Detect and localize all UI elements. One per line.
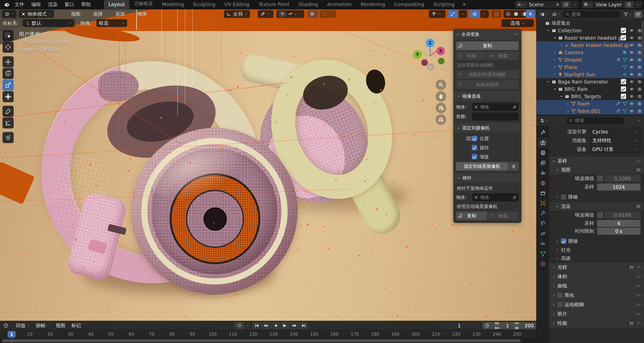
auto-keying-button[interactable] [235,322,244,329]
properties-tab-collection[interactable] [538,188,548,198]
hide-viewport-toggle[interactable] [629,87,634,91]
workspace-tab[interactable]: Rendering [356,0,390,9]
viewport-menu-2[interactable]: 添加 [112,10,128,18]
collection-checkbox[interactable] [621,28,626,33]
outliner-row[interactable]: Camera [537,49,644,56]
drag-dots-icon[interactable] [514,33,519,36]
mirror-options-header[interactable]: 镜像选项 [454,91,521,101]
outliner-filter-button[interactable] [622,11,633,17]
workspace-tab[interactable]: Modeling [158,0,188,9]
overlays-toggle[interactable] [470,10,480,18]
feature-set-dropdown[interactable]: 支持特性 [590,137,640,144]
disable-render-toggle[interactable] [637,109,642,113]
tool-annotate[interactable] [3,106,14,117]
relative-object-field[interactable]: 物体 [472,193,519,201]
workspace-tab[interactable]: Compositing [390,0,429,9]
mode-dropdown[interactable]: 物体模式 [19,10,54,18]
render-noise-threshold-value[interactable]: 0.0100 [605,212,640,219]
scene-browse-button[interactable] [515,1,526,8]
expand-toggle[interactable] [552,51,557,54]
disable-render-toggle[interactable] [637,29,642,33]
pivot-point-dropdown[interactable] [258,10,273,18]
workspace-tab[interactable]: Sculpting [188,0,220,9]
shading-solid-icon[interactable] [512,10,520,18]
properties-search-input[interactable]: 搜索 [566,117,624,124]
render-denoise-checkbox[interactable] [561,239,566,244]
outliner-row[interactable]: Collection [537,27,644,34]
tool-measure[interactable] [3,117,14,128]
disable-render-toggle[interactable] [637,102,642,106]
viewport-menu-3[interactable]: 物体 [134,10,150,18]
collection-checkbox[interactable] [621,79,626,84]
editor-type-button[interactable] [2,10,17,18]
delete-scene-button[interactable] [571,1,579,8]
object-name[interactable]: Droplet [564,57,617,63]
fix-to-scene-camera-button[interactable]: 固定到场景摄像机 [456,162,508,171]
viewport-menu-1[interactable]: 选择 [90,10,106,18]
gizmo-x-neg[interactable] [421,59,428,66]
relative-paste-button[interactable]: 粘贴 [488,212,519,220]
panel-header-global-transform[interactable]: 全局变换 [454,29,521,39]
expand-toggle[interactable] [552,36,557,39]
object-name[interactable]: Razer kraken headset gamin [565,35,621,41]
hide-viewport-toggle[interactable] [629,29,634,33]
workspace-tab[interactable]: Animation [323,0,356,9]
advanced-subpanel-label[interactable]: 高级 [561,255,571,262]
menu-4[interactable]: 帮助 [78,0,94,9]
disable-render-toggle[interactable] [637,65,642,69]
pause-preview-button[interactable] [526,10,535,18]
expand-toggle[interactable] [552,87,557,91]
options-dropdown[interactable]: 选项 [501,19,534,27]
object-name[interactable]: Camera [565,50,622,55]
hide-viewport-toggle[interactable] [629,43,634,47]
properties-tab-constraints[interactable] [538,239,548,248]
panel-header[interactable]: 光程 [549,262,644,272]
properties-tab-tool[interactable] [538,128,548,137]
timeline-menu-1[interactable]: 插帧 [33,322,53,329]
gizmos-dropdown[interactable] [459,10,467,18]
object-name[interactable]: 场景集合 [551,20,642,27]
panel-checkbox[interactable] [557,302,563,307]
tool-transform[interactable] [3,91,14,102]
outliner-row[interactable]: Razer kraken headset ga [537,41,644,49]
timeline-ruler[interactable]: 1 10203040506070809010011012013014015016… [0,330,536,338]
transform-orientation-dropdown[interactable]: 全局 [224,10,250,18]
jump-to-end-button[interactable] [299,322,308,329]
play-button[interactable] [280,322,290,329]
workspace-tab[interactable]: UV Editing [220,0,254,9]
properties-tab-world[interactable] [538,178,548,188]
hide-viewport-toggle[interactable] [629,72,634,76]
outliner-row[interactable]: Razer kraken headset gamin [537,34,644,41]
time-limit-value[interactable]: 0 s [597,228,640,235]
trash-button[interactable] [509,162,519,171]
object-name[interactable]: BRG_Targets [571,94,621,99]
properties-tab-object[interactable] [538,198,548,208]
properties-tab-scene[interactable] [538,168,548,178]
orientation-setting-dropdown[interactable]: 默认 [23,19,74,27]
relative-copy-button[interactable]: 复制 [456,212,487,220]
disable-render-toggle[interactable] [637,87,642,91]
hide-viewport-toggle[interactable] [629,94,634,98]
properties-tab-particles[interactable] [538,219,548,228]
expand-toggle[interactable] [552,58,557,61]
workspace-tab[interactable]: Layout [104,0,129,9]
tool-move[interactable] [3,56,14,67]
gizmo-y-axis[interactable]: Y [413,50,422,59]
disable-render-toggle[interactable] [637,72,642,76]
shading-wireframe-icon[interactable] [505,10,512,18]
menu-3[interactable]: 窗口 [61,0,78,9]
collection-checkbox[interactable] [621,94,626,99]
timeline-menu-plain-1[interactable]: 标记 [68,322,84,329]
mirror-bone-field[interactable] [472,113,519,121]
blender-logo-icon[interactable] [3,2,10,8]
properties-tab-view-layer[interactable] [538,158,548,168]
preset-list-icon[interactable] [636,168,641,172]
expand-toggle[interactable] [565,102,570,105]
paste-and-bake-button[interactable]: 粘贴并烘焙 [456,80,519,89]
new-view-layer-button[interactable] [625,1,633,8]
timeline-menu-plain-0[interactable]: 视图 [53,322,68,329]
expand-toggle[interactable] [559,95,564,98]
expand-toggle[interactable] [565,110,570,113]
add-workspace-button[interactable]: + [459,0,469,9]
pin-icon[interactable] [554,3,562,7]
